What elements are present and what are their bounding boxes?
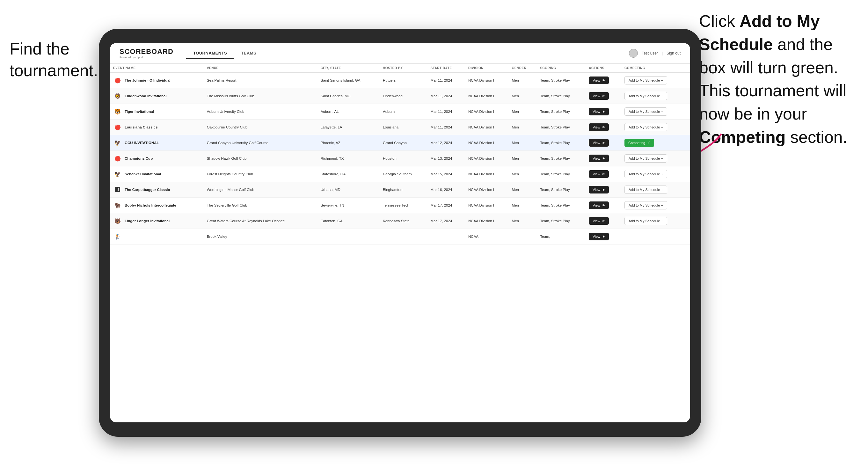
add-to-schedule-button[interactable]: Add to My Schedule + bbox=[624, 107, 667, 116]
view-button[interactable]: View 👁 bbox=[589, 76, 609, 84]
add-to-schedule-button[interactable]: Add to My Schedule + bbox=[624, 217, 667, 225]
add-to-schedule-button[interactable]: Add to My Schedule + bbox=[624, 170, 667, 178]
add-to-schedule-button[interactable]: Add to My Schedule + bbox=[624, 92, 667, 100]
city-cell: Phoenix, AZ bbox=[317, 135, 380, 151]
scoring-cell: Team, Stroke Play bbox=[537, 182, 586, 198]
table-row: 🦁 Lindenwood Invitational The Missouri B… bbox=[110, 88, 690, 104]
competing-button[interactable]: Competing ✓ bbox=[624, 139, 654, 147]
view-button[interactable]: View 👁 bbox=[589, 186, 609, 193]
competing-cell: Add to My Schedule + bbox=[621, 166, 690, 182]
tab-teams[interactable]: TEAMS bbox=[234, 48, 263, 59]
gender-cell: Men bbox=[509, 135, 537, 151]
actions-cell: View 👁 bbox=[586, 104, 621, 120]
team-logo: 🔴 bbox=[113, 123, 122, 132]
team-logo: 🦬 bbox=[113, 201, 122, 210]
add-to-schedule-button[interactable]: Add to My Schedule + bbox=[624, 186, 667, 194]
col-venue: VENUE bbox=[204, 64, 317, 73]
view-button[interactable]: View 👁 bbox=[589, 108, 609, 115]
col-event-name: EVENT NAME bbox=[110, 64, 204, 73]
tablet-frame: SCOREBOARD Powered by clippd TOURNAMENTS… bbox=[99, 29, 701, 437]
event-name: Schenkel Invitational bbox=[125, 172, 161, 176]
scoring-cell: Team, bbox=[537, 229, 586, 245]
actions-cell: View 👁 bbox=[586, 198, 621, 213]
event-cell: 🔴 Champions Cup bbox=[110, 151, 204, 166]
date-cell: Mar 16, 2024 bbox=[428, 182, 465, 198]
competing-cell: Add to My Schedule + bbox=[621, 104, 690, 120]
event-name: Lindenwood Invitational bbox=[125, 94, 167, 98]
date-cell: Mar 15, 2024 bbox=[428, 166, 465, 182]
add-to-schedule-button[interactable]: Add to My Schedule + bbox=[624, 201, 667, 210]
competing-label: Competing bbox=[628, 141, 645, 145]
col-competing: COMPETING bbox=[621, 64, 690, 73]
event-cell: 🦁 Lindenwood Invitational bbox=[110, 88, 204, 104]
actions-cell: View 👁 bbox=[586, 166, 621, 182]
event-cell: 🔴 The Johnnie - O Individual bbox=[110, 73, 204, 88]
division-cell: NCAA bbox=[465, 229, 509, 245]
view-button[interactable]: View 👁 bbox=[589, 155, 609, 162]
logo-sub: Powered by clippd bbox=[120, 56, 174, 59]
table-row: 🦬 Bobby Nichols Intercollegiate The Sevi… bbox=[110, 198, 690, 213]
scoring-cell: Team, Stroke Play bbox=[537, 166, 586, 182]
city-cell: Auburn, AL bbox=[317, 104, 380, 120]
view-button[interactable]: View 👁 bbox=[589, 92, 609, 100]
date-cell bbox=[428, 229, 465, 245]
table-header-row: EVENT NAME VENUE CITY, STATE HOSTED BY S… bbox=[110, 64, 690, 73]
col-gender: GENDER bbox=[509, 64, 537, 73]
eye-icon: 👁 bbox=[602, 157, 605, 160]
check-icon: ✓ bbox=[647, 141, 650, 145]
app-header: SCOREBOARD Powered by clippd TOURNAMENTS… bbox=[110, 43, 690, 64]
add-to-schedule-button[interactable]: Add to My Schedule + bbox=[624, 123, 667, 131]
host-cell: Tennessee Tech bbox=[380, 198, 428, 213]
city-cell: Urbana, MD bbox=[317, 182, 380, 198]
scoring-cell: Team, Stroke Play bbox=[537, 73, 586, 88]
host-cell: Lindenwood bbox=[380, 88, 428, 104]
team-logo: 🅱 bbox=[113, 185, 122, 194]
view-button[interactable]: View 👁 bbox=[589, 217, 609, 225]
event-cell: 🦅 GCU INVITATIONAL bbox=[110, 135, 204, 151]
sign-out-link[interactable]: Sign out bbox=[666, 51, 681, 56]
user-name: Test User bbox=[642, 51, 658, 56]
host-cell: Kennesaw State bbox=[380, 213, 428, 229]
competing-cell bbox=[621, 229, 690, 245]
division-cell: NCAA Division I bbox=[465, 88, 509, 104]
header-divider: | bbox=[662, 51, 663, 56]
team-logo: 🐯 bbox=[113, 107, 122, 116]
host-cell: Houston bbox=[380, 151, 428, 166]
eye-icon: 👁 bbox=[602, 204, 605, 207]
eye-icon: 👁 bbox=[602, 173, 605, 176]
table-row: 🐯 Tiger Invitational Auburn University C… bbox=[110, 104, 690, 120]
view-button[interactable]: View 👁 bbox=[589, 201, 609, 209]
gender-cell: Men bbox=[509, 151, 537, 166]
date-cell: Mar 11, 2024 bbox=[428, 120, 465, 135]
col-actions: ACTIONS bbox=[586, 64, 621, 73]
venue-cell: Sea Palms Resort bbox=[204, 73, 317, 88]
competing-cell: Add to My Schedule + bbox=[621, 88, 690, 104]
event-cell: 🅱 The Carpetbagger Classic bbox=[110, 182, 204, 198]
date-cell: Mar 11, 2024 bbox=[428, 104, 465, 120]
add-to-schedule-button[interactable]: Add to My Schedule + bbox=[624, 76, 667, 85]
add-to-schedule-button[interactable]: Add to My Schedule + bbox=[624, 154, 667, 162]
scoring-cell: Team, Stroke Play bbox=[537, 104, 586, 120]
tablet-screen: SCOREBOARD Powered by clippd TOURNAMENTS… bbox=[110, 43, 690, 423]
logo-text: SCOREBOARD bbox=[120, 48, 174, 56]
view-button[interactable]: View 👁 bbox=[589, 170, 609, 178]
city-cell: Lafayette, LA bbox=[317, 120, 380, 135]
eye-icon: 👁 bbox=[602, 79, 605, 82]
view-button[interactable]: View 👁 bbox=[589, 123, 609, 131]
view-button[interactable]: View 👁 bbox=[589, 139, 609, 147]
competing-cell: Add to My Schedule + bbox=[621, 182, 690, 198]
table-row: 🔴 The Johnnie - O Individual Sea Palms R… bbox=[110, 73, 690, 88]
tab-tournaments[interactable]: TOURNAMENTS bbox=[186, 48, 234, 59]
view-button[interactable]: View 👁 bbox=[589, 233, 609, 240]
team-logo: 🦁 bbox=[113, 92, 122, 100]
venue-cell: Grand Canyon University Golf Course bbox=[204, 135, 317, 151]
event-cell: 🏌 bbox=[110, 229, 204, 245]
city-cell: Saint Charles, MO bbox=[317, 88, 380, 104]
competing-cell: Add to My Schedule + bbox=[621, 151, 690, 166]
event-cell: 🐻 Linger Longer Invitational bbox=[110, 213, 204, 229]
venue-cell: Forest Heights Country Club bbox=[204, 166, 317, 182]
team-logo: 🦅 bbox=[113, 169, 122, 179]
date-cell: Mar 11, 2024 bbox=[428, 73, 465, 88]
event-cell: 🦬 Bobby Nichols Intercollegiate bbox=[110, 198, 204, 213]
table-row: 🏌 Brook ValleyNCAATeam, View 👁 bbox=[110, 229, 690, 245]
